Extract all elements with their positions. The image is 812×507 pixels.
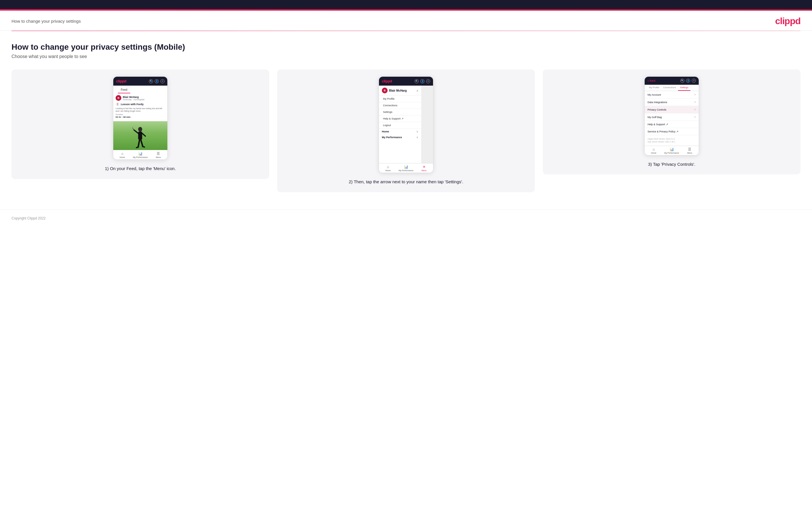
performance-label-3: My Performance [664,152,679,154]
nav-menu-2[interactable]: ✕ Menu [415,165,433,171]
nav-performance-2[interactable]: 📊 My Performance [397,165,415,171]
settings-item-privacy-policy[interactable]: Service & Privacy Policy ↗ [645,128,699,135]
menu-section-performance[interactable]: My Performance ∨ [379,134,421,140]
feed-duration-value: 01 hr : 30 min [115,116,165,118]
svg-point-0 [138,127,142,131]
phone-icons-2: 🔍 👤 ⚙ [415,79,430,83]
step-1-caption: 1) On your Feed, tap the 'Menu' icon. [102,160,179,179]
svg-line-7 [137,147,138,148]
back-button[interactable]: < Back [648,79,656,82]
home-icon-3: ⌂ [653,147,655,151]
performance-icon-3: 📊 [670,147,674,151]
nav-home-3[interactable]: ⌂ Home [645,147,663,154]
svg-rect-1 [138,131,142,139]
settings-item-privacy-controls[interactable]: Privacy Controls > [645,106,699,113]
settings-item-data-integrations[interactable]: Data Integrations > [645,99,699,106]
home-label-2: Home [385,169,391,171]
menu-item-help[interactable]: Help & Support ↗ [379,115,421,122]
settings-item-help-support[interactable]: Help & Support ↗ [645,121,699,128]
phone-mockup-2: clippd 🔍 👤 ⚙ B Bl [379,76,433,173]
menu-icon-1: ☰ [157,152,160,156]
menu-chevron[interactable]: ∧ [416,89,418,92]
search-icon-1[interactable]: 🔍 [149,79,153,83]
menu-item-settings[interactable]: Settings [379,109,421,115]
menu-section-home[interactable]: Home ∨ [379,129,421,134]
phone-bottom-nav-2: ⌂ Home 📊 My Performance ✕ Menu [379,163,433,173]
menu-item-connections[interactable]: Connections [379,102,421,109]
feed-avatar: B [115,95,121,101]
feed-tab[interactable]: Feed [118,87,130,93]
menu-item-logout[interactable]: Logout [379,122,421,129]
search-icon-2[interactable]: 🔍 [415,79,419,83]
golf-image-area [113,121,167,150]
nav-performance-3[interactable]: 📊 My Performance [663,147,681,154]
performance-label-1: My Performance [133,156,148,158]
nav-home-2[interactable]: ⌂ Home [379,165,397,171]
menu-user-info: B Blair McHarg [382,88,407,93]
golfer-silhouette [133,127,148,150]
menu-section-home-label: Home [382,130,389,133]
settings-icon-1[interactable]: ⚙ [160,79,164,83]
user-icon-3[interactable]: 👤 [686,79,690,83]
user-icon-1[interactable]: 👤 [155,79,159,83]
menu-icon-3: ☰ [688,147,691,151]
settings-item-privacy-controls-label: Privacy Controls [648,108,666,111]
phone-body-overlay: B Blair McHarg ∧ My Profile Connections … [379,86,433,163]
settings-item-help-support-label: Help & Support ↗ [648,123,668,126]
phone-bottom-nav-3: ⌂ Home 📊 My Performance ☰ Menu [645,146,699,155]
phone-bottom-nav-1: ⌂ Home 📊 My Performance ☰ Menu [113,150,167,159]
menu-label-3: Menu [687,152,693,154]
tab-settings[interactable]: Settings [678,85,691,91]
nav-home-1[interactable]: ⌂ Home [113,152,132,158]
menu-label-1: Menu [156,156,161,158]
phone-header-1: clippd 🔍 👤 ⚙ [113,77,167,86]
settings-back-bar: < Back 🔍 👤 ⚙ [645,77,699,85]
svg-line-2 [134,130,138,133]
step-1-card: clippd 🔍 👤 ⚙ Feed B Blair [11,69,269,179]
menu-label-2: Menu [421,169,427,171]
footer: Copyright Clippd 2022 [0,210,812,226]
page-heading: How to change your privacy settings (Mob… [11,43,801,52]
nav-menu-3[interactable]: ☰ Menu [680,147,699,154]
tab-connections[interactable]: Connections [661,85,678,91]
tab-my-profile[interactable]: My Profile [647,85,661,91]
settings-item-my-golf-bag[interactable]: My Golf Bag > [645,113,699,121]
nav-menu-1[interactable]: ☰ Menu [149,152,167,158]
settings-item-my-account-label: My Account [648,93,661,96]
svg-line-4 [133,127,134,130]
nav-performance-1[interactable]: 📊 My Performance [132,152,150,158]
phone-mockup-3: < Back 🔍 👤 ⚙ My Profile Connections Sett… [644,76,699,155]
performance-icon-1: 📊 [138,152,143,156]
settings-arrow-privacy-controls: > [694,108,696,111]
phone-icons-1: 🔍 👤 ⚙ [149,79,164,83]
settings-icon-3[interactable]: ⚙ [692,79,696,83]
settings-item-my-golf-bag-label: My Golf Bag [648,116,662,119]
logo: clippd [775,16,801,26]
settings-item-data-integrations-label: Data Integrations [648,101,667,104]
phone-header-2: clippd 🔍 👤 ⚙ [379,77,433,86]
page-subheading: Choose what you want people to see [11,54,801,59]
step-2-caption: 2) Then, tap the arrow next to your name… [346,173,466,192]
settings-icon-2[interactable]: ⚙ [426,79,430,83]
home-label-3: Home [651,152,656,154]
feed-post: B Blair McHarg Yesterday · Sunningdale 🏌… [113,93,167,121]
performance-icon-2: 📊 [404,165,408,169]
footer-copyright: Copyright Clippd 2022 [11,216,46,220]
header: How to change your privacy settings clip… [0,11,812,31]
settings-item-my-account[interactable]: My Account > [645,91,699,99]
search-icon-3[interactable]: 🔍 [680,79,684,83]
svg-line-3 [142,133,146,136]
step-2-card: clippd 🔍 👤 ⚙ B Bl [277,69,535,192]
phone-icons-3: 🔍 👤 ⚙ [680,79,696,83]
user-icon-2[interactable]: 👤 [420,79,424,83]
phone-logo-1: clippd [116,79,126,83]
svg-line-8 [143,147,145,147]
home-icon-2: ⌂ [387,165,389,169]
header-title: How to change your privacy settings [11,19,81,23]
feed-date: Yesterday · Sunningdale [123,99,145,101]
menu-item-profile[interactable]: My Profile [379,96,421,102]
dropdown-panel: B Blair McHarg ∧ My Profile Connections … [379,86,421,163]
menu-avatar: B [382,88,388,93]
menu-user-row: B Blair McHarg ∧ [379,86,421,96]
menu-icon-2: ✕ [423,165,425,169]
